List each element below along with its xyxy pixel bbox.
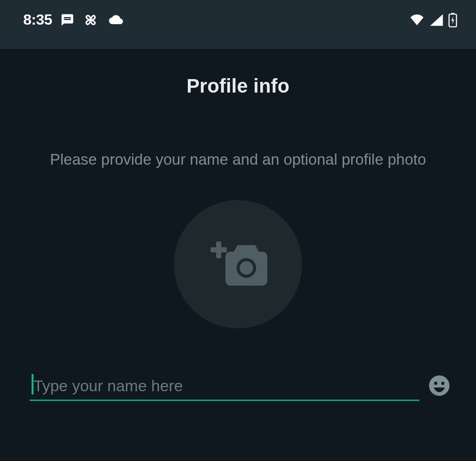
- message-icon: [60, 13, 74, 27]
- name-input[interactable]: [30, 373, 419, 401]
- svg-point-6: [240, 261, 253, 274]
- text-cursor: [32, 374, 33, 394]
- add-photo-icon: [211, 241, 271, 293]
- add-photo-button[interactable]: [174, 200, 302, 328]
- wifi-icon: [409, 13, 425, 27]
- svg-rect-4: [211, 247, 227, 252]
- status-time: 8:35: [23, 11, 52, 28]
- main-content: Profile info Please provide your name an…: [0, 49, 476, 401]
- name-input-wrapper: [30, 373, 419, 401]
- battery-charging-icon: [448, 13, 457, 27]
- status-left: 8:35: [23, 11, 124, 28]
- svg-point-7: [429, 375, 450, 396]
- cloud-icon: [107, 14, 124, 26]
- svg-rect-1: [451, 13, 455, 14]
- svg-point-9: [441, 381, 444, 385]
- svg-point-8: [434, 381, 437, 385]
- signal-icon: [430, 13, 443, 27]
- emoji-icon: [428, 374, 450, 399]
- status-bar: 8:35: [0, 0, 476, 49]
- emoji-picker-button[interactable]: [428, 375, 451, 398]
- fan-icon: [83, 12, 99, 28]
- page-subtitle: Please provide your name and an optional…: [17, 149, 458, 170]
- page-title: Profile info: [186, 75, 290, 97]
- status-right: [409, 13, 457, 27]
- name-input-row: [0, 373, 476, 401]
